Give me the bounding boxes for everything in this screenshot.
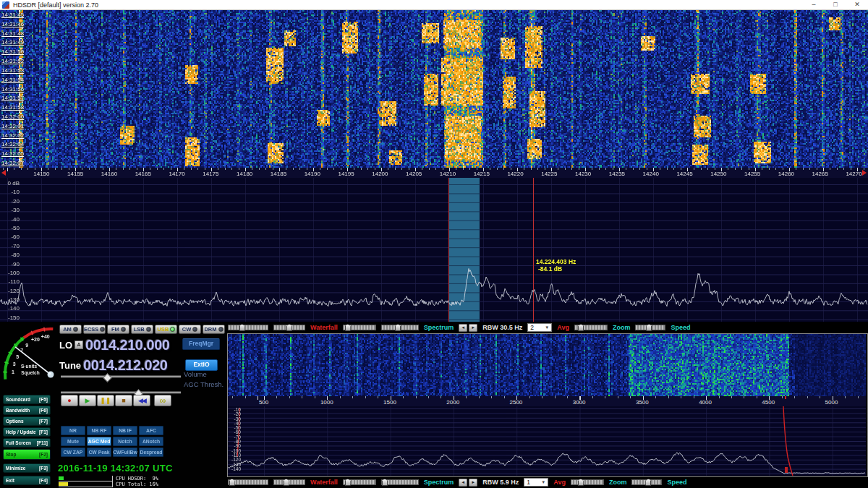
rf-spectrum-lower-slider[interactable] xyxy=(381,324,419,331)
af-rbw-decrease-button[interactable]: ◄ xyxy=(459,479,467,487)
smeter-canvas[interactable] xyxy=(0,323,61,398)
mode-led-icon xyxy=(192,327,197,332)
extio-button[interactable]: ExtIO xyxy=(185,359,218,371)
rewind-icon: ◀◀ xyxy=(138,398,145,404)
rewind-button[interactable]: ◀◀ xyxy=(133,395,150,406)
af-speed-slider[interactable] xyxy=(631,479,662,486)
anotch-button[interactable]: ANotch xyxy=(139,437,163,446)
freq-scale-label: 14220 xyxy=(498,171,532,177)
af-freq-label: 3500 xyxy=(610,399,673,406)
af-rbw-increase-button[interactable]: ► xyxy=(469,479,477,487)
mode-led-icon xyxy=(121,327,126,332)
nr-button[interactable]: NR xyxy=(61,426,85,435)
stop-button[interactable]: Stop[F2] xyxy=(3,449,51,460)
rf-rbw-decrease-button[interactable]: ◄ xyxy=(459,324,467,332)
minimize-button[interactable]: – xyxy=(803,0,825,9)
rf-waterfall-lower-slider[interactable] xyxy=(273,324,305,331)
rf-rbw-increase-button[interactable]: ► xyxy=(469,324,477,332)
loop-button[interactable]: ∞ xyxy=(154,395,171,406)
af-zoom-slider[interactable] xyxy=(571,479,604,486)
tune-frequency-display[interactable]: 0014.212.020 xyxy=(83,357,167,374)
audio-spectrum-canvas[interactable] xyxy=(228,406,866,476)
rf-frequency-scale[interactable]: 1415014155141601416514170141751418014185… xyxy=(0,168,868,178)
freq-scale-label: 14260 xyxy=(770,171,804,177)
rf-speed-slider[interactable] xyxy=(635,324,665,331)
cw-zap-button[interactable]: CW ZAP xyxy=(61,448,85,457)
button-label: Minimize xyxy=(6,466,25,471)
slider-track xyxy=(571,479,604,485)
close-button[interactable]: ✕ xyxy=(846,0,868,9)
audio-panel: 500100015002000250030003500400045005000 … xyxy=(227,333,868,477)
button-label: [F2] xyxy=(39,452,48,457)
soundcard-button[interactable]: Soundcard[F5] xyxy=(3,395,51,404)
af-freq-label: 1500 xyxy=(358,399,421,406)
timestamp: 14:31:52 xyxy=(1,57,38,67)
mute-button[interactable]: Mute xyxy=(61,437,85,446)
rf-avg-select[interactable]: 2 ▼ xyxy=(527,323,552,332)
button-label: Options xyxy=(6,419,24,424)
despread-button[interactable]: Despread xyxy=(139,448,163,457)
freq-scale-right-arrow[interactable] xyxy=(862,170,867,176)
exit-button[interactable]: Exit[F4] xyxy=(3,476,51,485)
af-frequency-scale[interactable]: 500100015002000250030003500400045005000 xyxy=(228,396,866,406)
af-spectrum-lower-slider[interactable] xyxy=(381,479,419,486)
af-waterfall-upper-slider[interactable] xyxy=(228,479,268,486)
rf-zoom-slider[interactable] xyxy=(574,324,608,331)
mode-button-fm[interactable]: FM xyxy=(107,325,129,334)
af-waterfall-lower-slider[interactable] xyxy=(273,479,305,486)
button-label: [F3] xyxy=(39,466,48,471)
record-button[interactable]: ● xyxy=(61,395,78,406)
cpu-total-meter: CPU Total: 16% xyxy=(59,481,158,487)
db-label: -90 xyxy=(11,262,20,267)
af-spectrum-label: Spectrum xyxy=(424,479,454,486)
full-screen-button[interactable]: Full Screen[F11] xyxy=(3,438,51,448)
button-label: [F1] xyxy=(39,429,48,435)
mode-button-usb[interactable]: USB xyxy=(155,325,177,334)
mode-led-icon xyxy=(146,327,151,332)
cwfullbw-button[interactable]: CWFullBw xyxy=(113,448,137,457)
main-spectrum-canvas[interactable] xyxy=(0,178,868,322)
nb-rf-button[interactable]: NB RF xyxy=(87,426,111,435)
bandwidth-button[interactable]: Bandwidth[F6] xyxy=(3,406,51,415)
play-button[interactable]: ▶ xyxy=(79,395,96,406)
record-icon: ● xyxy=(67,398,71,404)
audio-waterfall-canvas[interactable] xyxy=(228,334,866,396)
af-avg-select[interactable]: 1 ▼ xyxy=(524,478,548,487)
mode-button-drm[interactable]: DRM xyxy=(203,325,225,334)
options-button[interactable]: Options[F7] xyxy=(3,416,51,426)
agc-med-button[interactable]: AGC Med xyxy=(87,437,111,446)
mode-button-cw[interactable]: CW xyxy=(179,325,201,334)
af-spectrum-upper-slider[interactable] xyxy=(343,479,376,486)
minimize-button[interactable]: Minimize[F3] xyxy=(3,463,51,473)
cw-peak-button[interactable]: CW Peak xyxy=(87,448,111,457)
mode-label: USB xyxy=(157,326,169,333)
stop-button[interactable]: ■ xyxy=(115,395,132,406)
freq-scale-label: 14165 xyxy=(126,171,160,177)
cpu-hdsdr-fill xyxy=(59,476,64,480)
notch-button[interactable]: Notch xyxy=(113,437,137,446)
mode-led-icon xyxy=(73,327,78,332)
afc-button[interactable]: AFC xyxy=(139,426,163,435)
mode-button-ecss[interactable]: ECSS xyxy=(83,325,106,334)
af-freq-label: 3000 xyxy=(548,399,610,406)
af-freq-label: 4000 xyxy=(673,399,736,406)
help-update-button[interactable]: Help / Update[F1] xyxy=(3,427,51,437)
lo-band-button[interactable]: A xyxy=(75,341,83,349)
freqmgr-button[interactable]: FreqMgr xyxy=(182,338,220,350)
rf-spectrum-upper-slider[interactable] xyxy=(343,324,376,331)
maximize-button[interactable]: □ xyxy=(825,0,846,9)
timestamp: 14:32:05 xyxy=(1,150,38,159)
volume-slider[interactable] xyxy=(61,374,181,380)
freq-scale-label: 14235 xyxy=(600,171,634,177)
volume-label: Volume xyxy=(184,370,207,378)
app-titlebar[interactable]: HDSDR [default] version 2.70 – □ ✕ xyxy=(0,0,868,10)
pause-button[interactable]: ❚❚ xyxy=(97,395,114,406)
mode-button-lsb[interactable]: LSB xyxy=(131,325,153,334)
nb-if-button[interactable]: NB IF xyxy=(113,426,137,435)
rf-waterfall-upper-slider[interactable] xyxy=(228,324,268,331)
freq-scale-label: 14155 xyxy=(59,171,93,177)
lo-frequency-display[interactable]: 0014.210.000 xyxy=(85,337,169,354)
mode-button-am[interactable]: AM xyxy=(59,325,82,334)
main-waterfall-canvas[interactable] xyxy=(0,10,868,168)
freq-scale-left-arrow[interactable] xyxy=(1,170,6,176)
